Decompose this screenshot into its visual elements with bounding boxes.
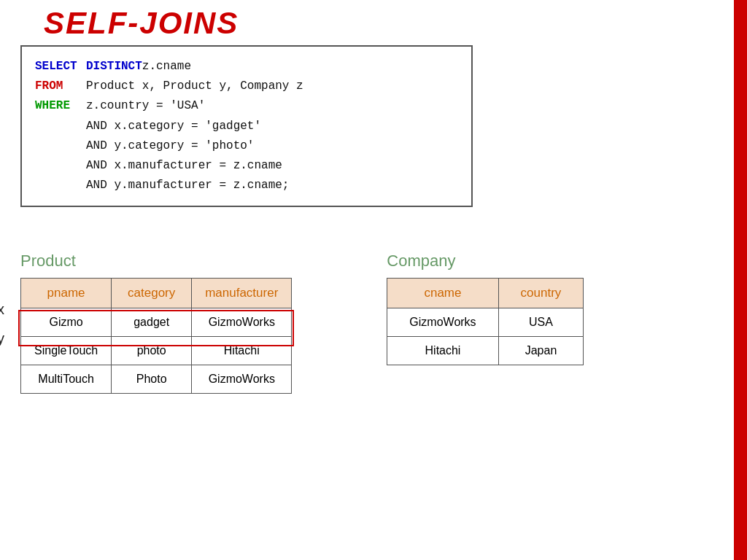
sql-code-block: SELECT DISTINCT z.cname FROM Product x, … bbox=[20, 45, 473, 207]
table-row: GizmoWorks USA bbox=[387, 308, 584, 337]
company-header-row: cname country bbox=[387, 279, 584, 308]
table-row: SingleTouch photo Hitachi bbox=[21, 337, 292, 365]
product-col-category: category bbox=[112, 279, 192, 308]
product-section: Product x y pname category manufacturer … bbox=[20, 252, 292, 394]
product-row1-pname: Gizmo bbox=[21, 308, 112, 337]
product-table-title: Product bbox=[20, 252, 292, 271]
sql-line5-rest: AND y.category = 'photo' bbox=[86, 136, 254, 156]
company-table-title: Company bbox=[387, 252, 584, 271]
sql-line1-rest: z.cname bbox=[142, 57, 191, 77]
company-col-country: country bbox=[498, 279, 584, 308]
company-row2-country: Japan bbox=[498, 337, 584, 365]
company-row1-country: USA bbox=[498, 308, 584, 337]
table-row: Hitachi Japan bbox=[387, 337, 584, 365]
sql-from-keyword: FROM bbox=[35, 77, 86, 96]
sql-select-keyword: SELECT bbox=[35, 57, 86, 77]
company-col-cname: cname bbox=[387, 279, 498, 308]
tables-area: Product x y pname category manufacturer … bbox=[20, 252, 584, 394]
company-row2-cname: Hitachi bbox=[387, 337, 498, 365]
product-table: pname category manufacturer Gizmo gadget… bbox=[20, 278, 292, 394]
product-row2-pname: SingleTouch bbox=[21, 337, 112, 365]
product-col-pname: pname bbox=[21, 279, 112, 308]
product-row3-pname: MultiTouch bbox=[21, 365, 112, 394]
product-row1-category: gadget bbox=[112, 308, 192, 337]
product-row2-manufacturer: Hitachi bbox=[192, 337, 292, 365]
product-row3-manufacturer: GizmoWorks bbox=[192, 365, 292, 394]
alias-x: x bbox=[0, 301, 4, 318]
sql-line2-rest: Product x, Product y, Company z bbox=[86, 77, 303, 96]
company-section: Company cname country GizmoWorks USA Hit… bbox=[387, 252, 584, 365]
table-row: MultiTouch Photo GizmoWorks bbox=[21, 365, 292, 394]
product-col-manufacturer: manufacturer bbox=[192, 279, 292, 308]
product-header-row: pname category manufacturer bbox=[21, 279, 292, 308]
page-title: SELF-JOINS bbox=[44, 6, 239, 41]
product-row2-category: photo bbox=[112, 337, 192, 365]
sql-where-keyword: WHERE bbox=[35, 96, 86, 116]
sql-line6-rest: AND x.manufacturer = z.cname bbox=[86, 156, 282, 176]
sql-line3-rest: z.country = 'USA' bbox=[86, 96, 205, 116]
table-row: Gizmo gadget GizmoWorks bbox=[21, 308, 292, 337]
sql-line4-rest: AND x.category = 'gadget' bbox=[86, 117, 261, 136]
product-row1-manufacturer: GizmoWorks bbox=[192, 308, 292, 337]
sql-line7-rest: AND y.manufacturer = z.cname; bbox=[86, 176, 289, 195]
accent-bar bbox=[734, 0, 747, 560]
product-row3-category: Photo bbox=[112, 365, 192, 394]
alias-y: y bbox=[0, 330, 4, 347]
company-table: cname country GizmoWorks USA Hitachi Jap… bbox=[387, 278, 584, 365]
sql-distinct-keyword: DISTINCT bbox=[86, 57, 142, 77]
company-row1-cname: GizmoWorks bbox=[387, 308, 498, 337]
